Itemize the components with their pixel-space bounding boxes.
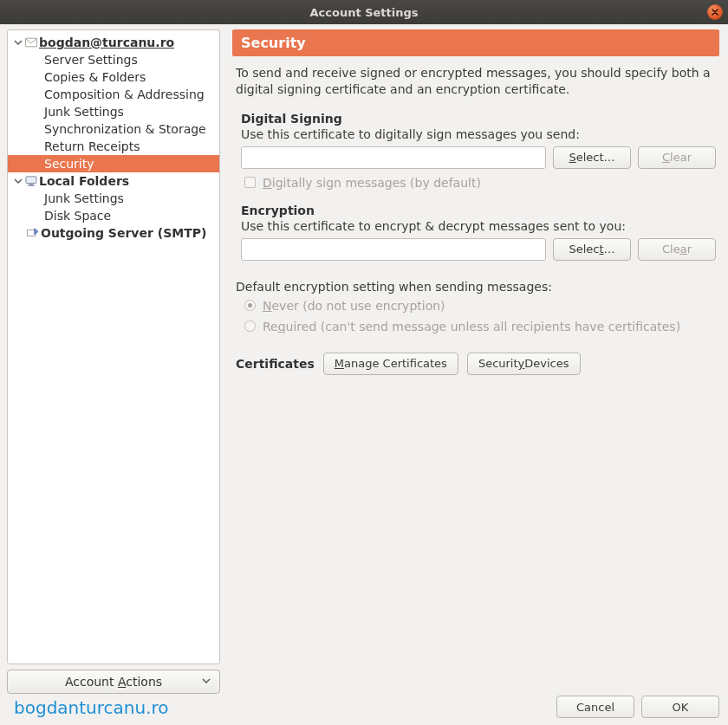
close-icon[interactable]: [707, 4, 723, 20]
sidebar-item-junk[interactable]: Junk Settings: [8, 103, 219, 120]
chevron-down-icon: [202, 676, 211, 687]
digital-signing-section: Digital Signing Use this certificate to …: [241, 112, 716, 193]
ok-button[interactable]: OK: [641, 696, 719, 718]
chevron-down-icon[interactable]: [13, 177, 23, 185]
certificates-label: Certificates: [236, 357, 315, 371]
mail-icon: [23, 37, 39, 48]
sidebar-item-copies-folders[interactable]: Copies & Folders: [8, 68, 219, 86]
sidebar-item-security[interactable]: Security: [8, 155, 219, 172]
encryption-select-button[interactable]: Select…: [553, 238, 631, 261]
sidebar-item-disk-space[interactable]: Disk Space: [8, 207, 219, 224]
signing-clear-button[interactable]: Clear: [638, 146, 716, 169]
account-email-label: bogdan@turcanu.ro: [39, 36, 174, 49]
sign-by-default-checkbox: Digitally sign messages (by default): [244, 176, 716, 190]
svg-rect-0: [25, 38, 36, 47]
encryption-required-radio: Required (can't send message unless all …: [244, 320, 719, 333]
computer-icon: [23, 176, 39, 186]
radio-icon: [244, 320, 256, 332]
sidebar-item-sync-storage[interactable]: Synchronization & Storage: [8, 120, 219, 138]
dialog-buttons: Cancel OK: [556, 696, 719, 718]
panel-title: Security: [232, 29, 719, 56]
encryption-never-radio: Never (do not use encryption): [244, 299, 719, 313]
smtp-label: Outgoing Server (SMTP): [41, 226, 206, 240]
window-titlebar: Account Settings: [0, 0, 728, 24]
manage-certificates-button[interactable]: Manage Certificates: [323, 353, 458, 375]
sidebar-item-return-receipts[interactable]: Return Receipts: [8, 138, 219, 155]
outgoing-icon: [25, 228, 41, 238]
sidebar-item-composition[interactable]: Composition & Addressing: [8, 86, 219, 103]
radio-icon: [244, 300, 256, 311]
cancel-button[interactable]: Cancel: [556, 696, 634, 718]
signing-select-button[interactable]: Select…: [553, 146, 631, 169]
window-title: Account Settings: [309, 6, 418, 19]
sidebar-item-server-settings[interactable]: Server Settings: [8, 51, 219, 68]
svg-rect-3: [28, 185, 36, 186]
account-actions-dropdown[interactable]: Account Actions: [7, 670, 220, 694]
chevron-down-icon[interactable]: [13, 38, 23, 47]
account-tree-pane: bogdan@turcanu.ro Server Settings Copies…: [0, 24, 227, 725]
encryption-title: Encryption: [241, 204, 716, 217]
encryption-desc: Use this certificate to encrypt & decryp…: [241, 219, 716, 233]
panel-intro: To send and receive signed or encrypted …: [236, 65, 716, 98]
smtp-node[interactable]: Outgoing Server (SMTP): [8, 224, 219, 242]
sidebar-item-local-junk[interactable]: Junk Settings: [8, 190, 219, 207]
encryption-section: Encryption Use this certificate to encry…: [241, 204, 716, 268]
local-folders-label: Local Folders: [39, 174, 129, 188]
account-tree: bogdan@turcanu.ro Server Settings Copies…: [7, 29, 220, 664]
encryption-cert-input[interactable]: [241, 238, 546, 261]
signing-cert-input[interactable]: [241, 146, 546, 169]
watermark-text: bogdanturcanu.ro: [7, 697, 220, 718]
default-encryption-label: Default encryption setting when sending …: [236, 280, 716, 294]
digital-signing-title: Digital Signing: [241, 112, 716, 126]
local-folders-node[interactable]: Local Folders: [8, 172, 219, 190]
security-devices-button[interactable]: Security Devices: [467, 353, 581, 375]
encryption-clear-button[interactable]: Clear: [638, 238, 716, 261]
certificates-row: Certificates Manage Certificates Securit…: [236, 353, 716, 375]
account-node[interactable]: bogdan@turcanu.ro: [8, 34, 219, 51]
svg-rect-1: [26, 177, 36, 184]
checkbox-icon: [244, 177, 256, 188]
settings-panel: Security To send and receive signed or e…: [227, 24, 728, 725]
digital-signing-desc: Use this certificate to digitally sign m…: [241, 127, 716, 141]
